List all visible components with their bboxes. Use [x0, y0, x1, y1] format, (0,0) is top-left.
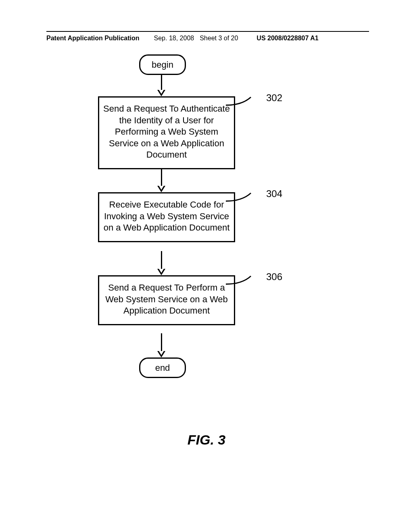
arrow-head-icon	[157, 186, 165, 192]
leader-line	[226, 274, 262, 287]
header-number: US 2008/0228807 A1	[257, 35, 318, 42]
terminator-begin: begin	[139, 54, 186, 75]
step-306-text: Send a Request To Perform a Web System S…	[105, 283, 228, 316]
step-304: Receive Executable Code for Invoking a W…	[98, 192, 235, 242]
arrow	[161, 74, 162, 90]
figure-caption: FIG. 3	[0, 432, 413, 448]
arrow-head-icon	[157, 90, 165, 96]
header-publication: Patent Application Publication	[46, 35, 140, 42]
ref-302: 302	[266, 92, 282, 104]
page-header: Patent Application Publication Sep. 18, …	[46, 35, 369, 42]
header-date: Sep. 18, 2008	[154, 35, 194, 42]
header-sheet: Sheet 3 of 20	[200, 35, 238, 42]
arrow-head-icon	[157, 351, 165, 357]
arrow	[161, 333, 162, 351]
header-rule	[46, 31, 369, 32]
terminator-end-label: end	[155, 363, 170, 373]
ref-306: 306	[266, 271, 282, 283]
arrow	[161, 251, 162, 269]
terminator-end: end	[139, 357, 186, 378]
ref-304: 304	[266, 188, 282, 200]
step-302: Send a Request To Authenticate the Ident…	[98, 96, 235, 169]
terminator-begin-label: begin	[152, 60, 173, 70]
step-306: Send a Request To Perform a Web System S…	[98, 275, 235, 325]
step-304-text: Receive Executable Code for Invoking a W…	[104, 200, 230, 233]
leader-line	[226, 96, 262, 108]
leader-line	[226, 191, 262, 204]
arrow-head-icon	[157, 269, 165, 275]
arrow	[161, 168, 162, 186]
step-302-text: Send a Request To Authenticate the Ident…	[103, 104, 230, 160]
